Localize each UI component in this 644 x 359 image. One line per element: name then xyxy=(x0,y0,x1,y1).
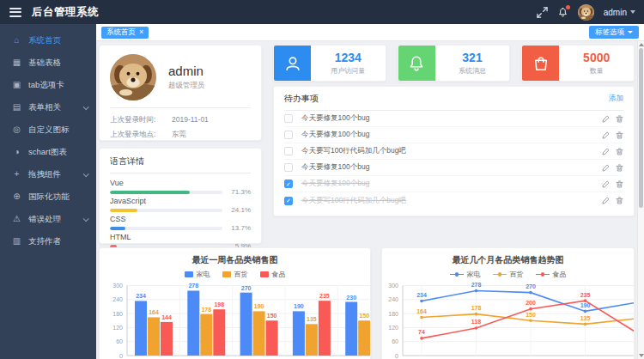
edit-icon[interactable] xyxy=(602,131,610,139)
delete-icon[interactable] xyxy=(616,180,623,188)
bar-value-label: 135 xyxy=(307,316,317,322)
scroll-down-arrow[interactable] xyxy=(639,354,644,357)
sidebar-item-2[interactable]: ▣ tab选项卡 xyxy=(0,74,96,96)
warning-icon: ⚠ xyxy=(11,215,22,223)
scroll-up-arrow[interactable] xyxy=(639,43,644,46)
sidebar-item-6[interactable]: + 拖拽组件 xyxy=(0,163,96,186)
point-百货 xyxy=(584,323,587,326)
delete-icon[interactable] xyxy=(616,131,623,139)
todo-checkbox[interactable]: ✓ xyxy=(284,180,293,188)
point-value-label: 135 xyxy=(580,315,591,321)
tab-system-home[interactable]: 系统首页 × xyxy=(101,27,149,39)
profile-avatar xyxy=(110,54,156,100)
legend-swatch xyxy=(185,271,193,277)
todo-add-link[interactable]: 添加 xyxy=(609,94,623,104)
user-avatar[interactable] xyxy=(578,4,594,21)
legend-item: 食品 xyxy=(536,270,567,279)
edit-icon[interactable] xyxy=(602,148,610,155)
y-tick-label: 180 xyxy=(388,311,398,317)
line-chart-legend: 家电 百货 食品 xyxy=(382,270,634,279)
charts-row: 最近一周各品类销售图 家电 百货 食品 06012018024030023427… xyxy=(99,247,635,359)
menu-toggle-icon[interactable] xyxy=(9,8,21,17)
sidebar: ⌂ 系统首页 ▦ 基础表格 ▣ tab选项卡 ▤ 表单相关 ◎ 自定义图标 ◑ … xyxy=(0,24,96,359)
bar-家电 xyxy=(293,311,305,356)
top-header: 后台管理系统 admin xyxy=(0,0,644,24)
chevron-down-icon xyxy=(83,104,89,110)
bar-食品 xyxy=(213,309,225,356)
sidebar-item-9[interactable]: ▥ 支持作者 xyxy=(0,230,96,253)
edit-icon[interactable] xyxy=(602,164,610,172)
bar-百货 xyxy=(200,314,212,356)
sidebar-item-4[interactable]: ◎ 自定义图标 xyxy=(0,119,96,141)
language-row: CSS 13.7% xyxy=(110,214,251,232)
progress-percent: 13.7% xyxy=(228,224,251,232)
weekly-sales-bar-chart-card: 最近一周各品类销售图 家电 百货 食品 06012018024030023427… xyxy=(99,247,371,359)
legend-item: 食品 xyxy=(260,270,286,279)
bar-value-label: 150 xyxy=(267,313,277,319)
edit-icon[interactable] xyxy=(602,115,610,123)
right-column: 1234 用户访问量 321 系统消息 5000 数量 待办事项 添加 今天 xyxy=(273,45,635,244)
tab-close-icon[interactable]: × xyxy=(139,28,143,36)
edit-icon[interactable] xyxy=(602,180,610,188)
todo-checkbox[interactable] xyxy=(284,131,293,139)
profile-name: admin xyxy=(168,64,205,78)
sidebar-item-3[interactable]: ▤ 表单相关 xyxy=(0,96,96,119)
point-百货 xyxy=(420,316,423,319)
bar-家电 xyxy=(187,290,199,356)
line-chart-svg: 0601201802403002342782701902301641781501… xyxy=(382,283,635,359)
point-食品 xyxy=(475,326,478,330)
y-tick-label: 0 xyxy=(119,353,123,359)
bar-value-label: 190 xyxy=(254,303,264,309)
bar-食品 xyxy=(161,322,173,356)
y-tick-label: 120 xyxy=(388,325,398,331)
point-食品 xyxy=(420,337,423,340)
stat-card-2: 5000 数量 xyxy=(521,45,635,82)
delete-icon[interactable] xyxy=(616,148,623,155)
chevron-down-icon xyxy=(83,171,89,177)
delete-icon[interactable] xyxy=(616,197,623,204)
bar-value-label: 278 xyxy=(188,283,198,289)
todo-checkbox[interactable] xyxy=(284,114,293,123)
bar-百货 xyxy=(148,317,160,356)
progress-track xyxy=(110,191,222,194)
vertical-scrollbar[interactable] xyxy=(637,41,644,359)
chevron-down-icon xyxy=(630,10,635,14)
sidebar-item-0[interactable]: ⌂ 系统首页 xyxy=(0,29,96,52)
sidebar-item-8[interactable]: ⚠ 错误处理 xyxy=(0,208,96,230)
todo-item: 今天要修复100个bug xyxy=(284,127,623,143)
todo-checkbox[interactable]: ✓ xyxy=(284,197,293,205)
edit-icon[interactable] xyxy=(602,197,610,204)
bar-家电 xyxy=(240,293,252,356)
notification-badge-dot xyxy=(566,5,570,9)
language-row: Vue 71.3% xyxy=(110,178,251,196)
point-value-label: 178 xyxy=(471,305,482,311)
sidebar-item-1[interactable]: ▦ 基础表格 xyxy=(0,52,96,74)
custom-icon: ◎ xyxy=(11,125,22,134)
todo-item: 今天要修复100个bug xyxy=(284,111,623,127)
notifications-bell-icon[interactable] xyxy=(557,7,568,18)
point-value-label: 150 xyxy=(526,312,536,318)
legend-line-marker xyxy=(536,271,550,278)
legend-item: 家电 xyxy=(450,270,481,279)
delete-icon[interactable] xyxy=(616,164,623,172)
bar-百货 xyxy=(358,320,370,356)
stat-card-0: 1234 用户访问量 xyxy=(273,45,386,82)
todo-checkbox[interactable] xyxy=(284,163,293,172)
point-value-label: 200 xyxy=(526,300,536,306)
bar-食品 xyxy=(319,301,331,356)
todo-checkbox[interactable] xyxy=(284,147,293,155)
delete-icon[interactable] xyxy=(616,115,623,123)
progress-fill xyxy=(110,227,125,230)
scrollbar-thumb[interactable] xyxy=(639,48,643,208)
sidebar-item-5[interactable]: ◑ schart图表 xyxy=(0,141,96,163)
user-menu[interactable]: admin xyxy=(604,8,635,17)
point-家电 xyxy=(529,291,532,295)
profile-card: admin 超级管理员 上次登录时间: 2019-11-01 上次登录地点: 东… xyxy=(99,45,262,141)
progress-fill xyxy=(110,209,137,212)
y-tick-label: 60 xyxy=(116,338,123,344)
fullscreen-icon[interactable] xyxy=(537,7,548,18)
progress-track xyxy=(110,209,222,212)
sidebar-item-7[interactable]: ⊕ 国际化功能 xyxy=(0,186,96,208)
tags-options-button[interactable]: 标签选项 xyxy=(589,26,639,39)
bar-食品 xyxy=(266,320,278,356)
